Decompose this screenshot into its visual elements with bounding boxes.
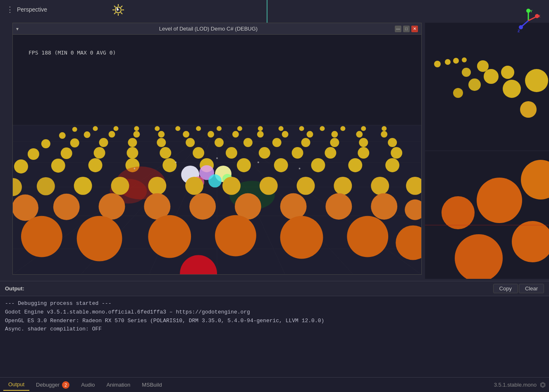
svg-point-156 bbox=[347, 216, 388, 257]
svg-point-132 bbox=[111, 177, 129, 195]
perspective-label: Perspective bbox=[17, 6, 47, 13]
viewport-menu-icon[interactable]: ⋮ bbox=[6, 5, 14, 14]
svg-point-30 bbox=[477, 178, 522, 223]
tab-msbuild[interactable]: MSBuild bbox=[137, 379, 167, 390]
tab-debugger-label: Debugger bbox=[36, 382, 60, 388]
output-content: --- Debugging process started ---Godot E… bbox=[0, 296, 549, 377]
svg-point-95 bbox=[359, 138, 368, 147]
svg-point-94 bbox=[330, 138, 339, 147]
svg-line-7 bbox=[121, 6, 122, 7]
sun-icon[interactable] bbox=[112, 3, 125, 17]
svg-point-76 bbox=[208, 131, 214, 138]
svg-point-93 bbox=[301, 138, 310, 147]
svg-point-107 bbox=[358, 147, 369, 159]
svg-point-148 bbox=[325, 193, 352, 220]
svg-point-119 bbox=[385, 158, 399, 172]
svg-point-63 bbox=[258, 126, 263, 131]
fps-counter: FPS 188 (MIN 0 MAX 0 AVG 0) bbox=[29, 50, 116, 56]
svg-point-115 bbox=[237, 158, 251, 172]
tab-debugger[interactable]: Debugger 2 bbox=[31, 379, 74, 391]
svg-point-154 bbox=[215, 215, 256, 257]
svg-point-62 bbox=[237, 126, 242, 131]
svg-point-74 bbox=[158, 131, 165, 138]
svg-point-23 bbox=[484, 69, 499, 84]
viewport-label[interactable]: ⋮ Perspective bbox=[6, 5, 47, 14]
scene-background bbox=[13, 35, 421, 274]
svg-point-104 bbox=[259, 147, 270, 159]
svg-point-147 bbox=[280, 193, 307, 220]
svg-line-5 bbox=[114, 6, 116, 7]
svg-point-56 bbox=[114, 126, 119, 131]
svg-point-142 bbox=[53, 194, 80, 220]
svg-point-25 bbox=[453, 88, 463, 98]
lod-close-button[interactable]: ✕ bbox=[411, 26, 418, 32]
svg-point-161 bbox=[258, 162, 259, 163]
svg-point-38 bbox=[462, 57, 467, 62]
svg-point-69 bbox=[382, 126, 387, 131]
lod-window-title: Level of Detail (LOD) Demo C# (DEBUG) bbox=[22, 26, 395, 32]
tab-output[interactable]: Output bbox=[3, 379, 29, 391]
svg-line-6 bbox=[121, 12, 122, 14]
viewport-divider bbox=[267, 0, 267, 23]
svg-point-151 bbox=[21, 216, 62, 257]
output-label: Output: bbox=[5, 285, 24, 292]
svg-point-54 bbox=[72, 127, 77, 132]
copy-button[interactable]: Copy bbox=[493, 284, 518, 293]
svg-point-98 bbox=[61, 147, 72, 159]
svg-point-137 bbox=[297, 177, 315, 195]
svg-point-139 bbox=[371, 177, 389, 195]
lod-dropdown-icon[interactable]: ▾ bbox=[16, 26, 19, 32]
svg-point-75 bbox=[183, 131, 189, 138]
svg-point-28 bbox=[462, 68, 471, 77]
output-line: --- Debugging process started --- bbox=[5, 299, 544, 308]
svg-point-100 bbox=[127, 147, 138, 159]
output-actions: Copy Clear bbox=[493, 284, 544, 293]
lod-maximize-button[interactable]: □ bbox=[403, 26, 410, 32]
svg-point-97 bbox=[28, 148, 39, 160]
lod-minimize-button[interactable]: — bbox=[395, 26, 401, 32]
svg-point-73 bbox=[133, 131, 140, 138]
svg-point-160 bbox=[175, 162, 177, 163]
svg-point-26 bbox=[501, 66, 514, 79]
svg-point-81 bbox=[331, 131, 338, 138]
svg-point-21 bbox=[503, 80, 521, 98]
svg-point-20 bbox=[525, 69, 548, 92]
output-line: Async. shader compilation: OFF bbox=[5, 325, 544, 334]
svg-point-67 bbox=[340, 126, 345, 131]
svg-point-64 bbox=[279, 126, 284, 131]
tab-audio[interactable]: Audio bbox=[76, 379, 100, 390]
svg-point-117 bbox=[311, 158, 325, 172]
output-line: Godot Engine v3.5.1.stable.mono.official… bbox=[5, 308, 544, 317]
lod-titlebar: ▾ Level of Detail (LOD) Demo C# (DEBUG) … bbox=[13, 23, 421, 35]
svg-point-68 bbox=[361, 126, 366, 131]
svg-point-108 bbox=[391, 147, 402, 159]
svg-point-85 bbox=[70, 138, 79, 147]
svg-point-87 bbox=[128, 138, 137, 147]
panel-settings-icon[interactable]: ⏣ bbox=[540, 381, 546, 389]
svg-point-80 bbox=[307, 131, 313, 138]
svg-point-31 bbox=[442, 196, 475, 229]
svg-point-103 bbox=[226, 147, 237, 159]
svg-point-58 bbox=[155, 126, 160, 131]
svg-point-116 bbox=[274, 158, 288, 172]
svg-point-57 bbox=[134, 126, 139, 131]
svg-text:Z: Z bbox=[518, 29, 520, 33]
debugger-badge: 2 bbox=[62, 381, 69, 389]
clear-button[interactable]: Clear bbox=[519, 284, 544, 293]
svg-point-145 bbox=[189, 193, 216, 220]
svg-text:X: X bbox=[538, 14, 540, 18]
svg-point-36 bbox=[445, 59, 451, 65]
svg-point-105 bbox=[292, 147, 303, 159]
tab-animation[interactable]: Animation bbox=[101, 379, 135, 390]
svg-point-134 bbox=[185, 177, 203, 195]
viewport-gizmo[interactable]: Y X Z bbox=[516, 8, 541, 33]
svg-point-106 bbox=[325, 147, 336, 159]
tabs-left: OutputDebugger 2AudioAnimationMSBuild bbox=[3, 379, 167, 391]
svg-point-59 bbox=[175, 126, 180, 131]
svg-point-133 bbox=[148, 177, 166, 195]
svg-point-66 bbox=[320, 126, 325, 131]
lod-window-controls: — □ ✕ bbox=[395, 26, 418, 32]
svg-point-79 bbox=[282, 131, 289, 138]
svg-point-22 bbox=[520, 101, 537, 118]
svg-point-82 bbox=[356, 131, 363, 138]
